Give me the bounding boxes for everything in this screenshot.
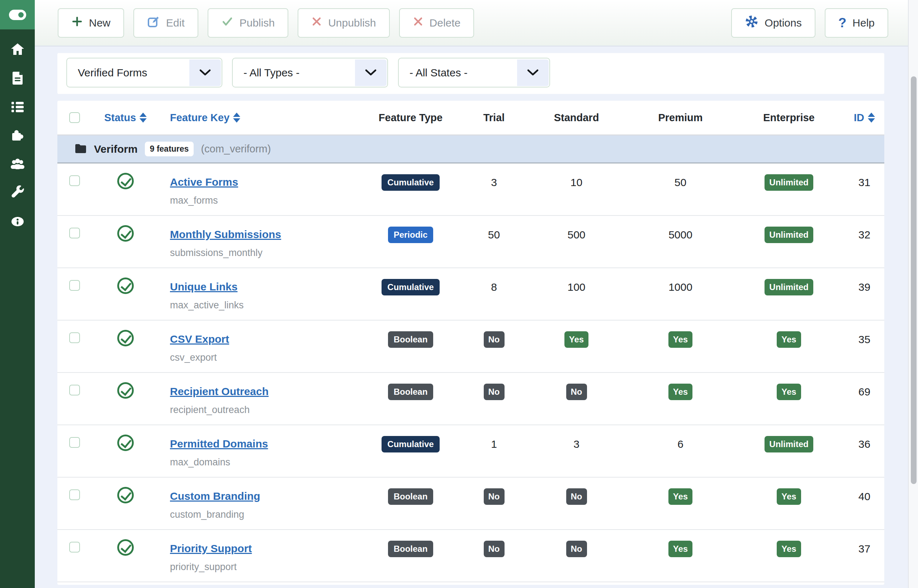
row-checkbox[interactable]: [69, 280, 80, 291]
feature-key: max_active_links: [170, 300, 359, 311]
status-published-icon[interactable]: [117, 435, 134, 451]
users-icon: [9, 156, 26, 172]
id-value: 37: [858, 541, 870, 557]
toggle-logo-icon: [9, 10, 26, 20]
premium-value: Yes: [668, 331, 692, 348]
row-checkbox[interactable]: [69, 228, 80, 238]
sidebar-item-home[interactable]: [0, 35, 35, 64]
feature-key: priority_support: [170, 562, 359, 573]
header-status[interactable]: Status: [104, 112, 147, 124]
standard-value: No: [566, 384, 587, 400]
gear-icon: [745, 15, 758, 31]
status-published-icon[interactable]: [117, 225, 134, 242]
row-checkbox[interactable]: [69, 542, 80, 552]
sidebar-item-document[interactable]: [0, 64, 35, 92]
unpublish-button-label: Unpublish: [328, 17, 376, 29]
id-value: 39: [858, 279, 870, 296]
status-published-icon[interactable]: [117, 330, 134, 346]
premium-value: Yes: [668, 541, 692, 557]
standard-value: 500: [567, 226, 585, 243]
row-checkbox[interactable]: [69, 332, 80, 343]
edit-button[interactable]: Edit: [133, 8, 198, 38]
feature-type-badge: Periodic: [388, 226, 433, 243]
table-row: Custom Branding custom_branding Boolean …: [57, 478, 884, 530]
sort-icon: [139, 113, 147, 123]
options-button[interactable]: Options: [731, 8, 815, 38]
filter-bar: Verified Forms - All Types - - All State…: [57, 53, 884, 94]
filter-select-type-value: - All Types -: [244, 67, 299, 79]
status-published-icon[interactable]: [117, 487, 134, 503]
premium-value: Yes: [668, 488, 692, 505]
premium-value: Yes: [668, 384, 692, 400]
standard-value: 10: [571, 174, 582, 191]
feature-link[interactable]: Priority Support: [170, 543, 252, 554]
new-button[interactable]: New: [58, 8, 124, 38]
feature-type-badge: Boolean: [388, 541, 433, 557]
row-checkbox[interactable]: [69, 385, 80, 396]
feature-link[interactable]: CSV Export: [170, 333, 229, 345]
feature-link[interactable]: Permitted Domains: [170, 438, 268, 450]
trial-value: 3: [491, 174, 497, 191]
page-scrollbar: [908, 0, 918, 588]
id-value: 36: [858, 436, 870, 452]
premium-value: 1000: [668, 279, 692, 296]
group-component-suffix: (com_veriform): [201, 143, 271, 155]
filter-select-category[interactable]: Verified Forms: [66, 58, 222, 87]
table-row: CSV Export csv_export Boolean No Yes Yes…: [57, 320, 884, 373]
sidebar-item-info[interactable]: [0, 207, 35, 236]
feature-key: csv_export: [170, 352, 359, 363]
standard-value: No: [566, 541, 587, 557]
feature-link[interactable]: Custom Branding: [170, 490, 260, 502]
header-feature-key[interactable]: Feature Key: [170, 112, 359, 124]
status-published-icon[interactable]: [117, 539, 134, 556]
table-body: Active Forms max_forms Cumulative 3 10 5…: [57, 163, 884, 582]
table-row: Permitted Domains max_domains Cumulative…: [57, 425, 884, 478]
filter-select-state[interactable]: - All States -: [398, 58, 550, 87]
chevron-down-icon: [355, 60, 386, 86]
feature-key: submissions_monthly: [170, 247, 359, 258]
filter-select-type[interactable]: - All Types -: [232, 58, 388, 87]
enterprise-value: Yes: [777, 541, 801, 557]
feature-type-badge: Boolean: [388, 488, 433, 505]
toolbar-left-group: New Edit Publish Unpublish: [58, 8, 474, 38]
standard-value: 100: [567, 279, 585, 296]
feature-key: recipient_outreach: [170, 404, 359, 415]
question-mark-icon: ?: [839, 15, 847, 31]
new-button-label: New: [89, 17, 110, 29]
premium-value: 5000: [668, 226, 692, 243]
row-checkbox[interactable]: [69, 489, 80, 500]
status-published-icon[interactable]: [117, 382, 134, 399]
table-row: Priority Support priority_support Boolea…: [57, 530, 884, 582]
sidebar-item-wrench[interactable]: [0, 179, 35, 207]
table-row: Active Forms max_forms Cumulative 3 10 5…: [57, 163, 884, 216]
select-all-checkbox[interactable]: [69, 112, 80, 123]
header-id[interactable]: ID: [854, 112, 875, 124]
publish-button-label: Publish: [239, 17, 275, 29]
status-published-icon[interactable]: [117, 278, 134, 294]
sidebar-item-users[interactable]: [0, 150, 35, 179]
sidebar-item-list[interactable]: [0, 92, 35, 121]
help-button[interactable]: ? Help: [825, 8, 888, 38]
delete-button[interactable]: Delete: [399, 8, 474, 38]
feature-link[interactable]: Recipient Outreach: [170, 385, 268, 397]
unpublish-button[interactable]: Unpublish: [297, 8, 390, 38]
trial-value: No: [484, 384, 504, 400]
table-header-row: Status Feature Key Feature Type Trial St…: [57, 101, 884, 136]
row-checkbox[interactable]: [69, 175, 80, 186]
sidebar-item-puzzle[interactable]: [0, 121, 35, 150]
premium-value: 6: [677, 436, 684, 452]
enterprise-value: Unlimited: [764, 436, 813, 452]
feature-type-badge: Cumulative: [381, 436, 439, 452]
id-value: 32: [858, 226, 870, 243]
header-trial: Trial: [483, 112, 505, 124]
feature-link[interactable]: Active Forms: [170, 176, 238, 188]
group-header-row: Veriform 9 features (com_veriform): [57, 136, 884, 163]
status-published-icon[interactable]: [117, 173, 134, 189]
feature-link[interactable]: Unique Links: [170, 281, 238, 292]
row-checkbox[interactable]: [69, 437, 80, 448]
scrollbar-thumb[interactable]: [911, 76, 916, 484]
enterprise-value: Yes: [777, 384, 801, 400]
app-logo[interactable]: [0, 0, 35, 29]
feature-link[interactable]: Monthly Submissions: [170, 228, 281, 240]
publish-button[interactable]: Publish: [208, 8, 288, 38]
